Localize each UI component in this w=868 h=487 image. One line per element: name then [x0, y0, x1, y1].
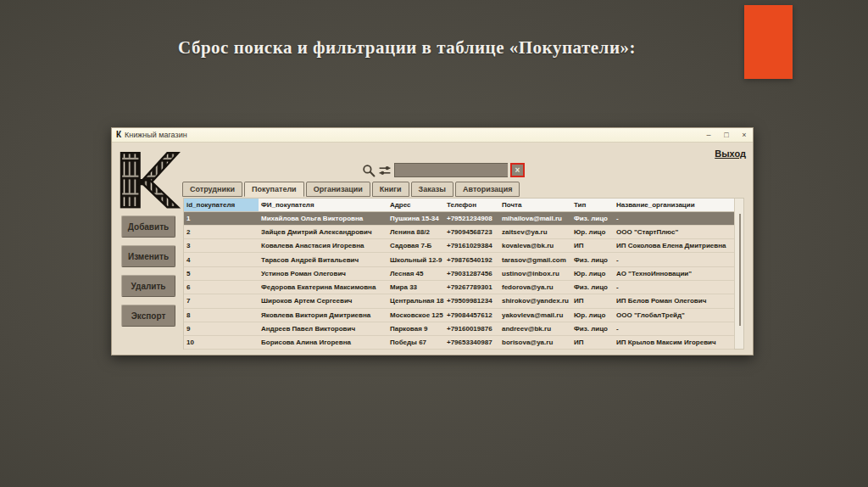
column-header[interactable]: Телефон	[444, 199, 499, 211]
column-header[interactable]: Название_организации	[614, 199, 734, 211]
customers-table: id_покупателяФИ_покупателяАдресТелефонПо…	[184, 199, 734, 350]
crud-button[interactable]: Изменить	[121, 245, 175, 267]
clear-search-button[interactable]: ×	[510, 163, 525, 177]
crud-button-group: ДобавитьИзменитьУдалитьЭкспорт	[121, 216, 175, 327]
tab[interactable]: Организации	[306, 182, 370, 197]
table-body: 1Михайлова Ольга ВикторовнаПушкина 15-34…	[184, 211, 734, 350]
column-header[interactable]: Почта	[499, 199, 571, 211]
tab[interactable]: Заказы	[411, 182, 453, 197]
customer-row[interactable]: 1Михайлова Ольга ВикторовнаПушкина 15-34…	[184, 211, 734, 225]
customer-row[interactable]: 4Тарасов Андрей ВитальевичШкольный 12-9+…	[184, 253, 734, 266]
app-window: К Книжный магазин – □ ×	[111, 127, 754, 355]
crud-button[interactable]: Добавить	[121, 216, 175, 238]
scrollbar-thumb[interactable]	[739, 214, 741, 326]
clear-cross-icon: ×	[515, 165, 520, 175]
exit-link[interactable]: Выход	[715, 148, 746, 159]
slide-title: Сброс поиска и фильтрации в таблице «Пок…	[0, 37, 814, 59]
window-controls: – □ ×	[704, 131, 748, 139]
customer-row[interactable]: 3Ковалева Анастасия ИгоревнаСадовая 7-Б+…	[184, 239, 734, 253]
search-icon	[362, 164, 376, 177]
bookshelf-k-logo	[114, 143, 182, 211]
accent-rectangle	[744, 5, 793, 79]
filter-sliders-icon	[378, 164, 392, 177]
table-header-row: id_покупателяФИ_покупателяАдресТелефонПо…	[184, 199, 734, 211]
app-logo-icon: К	[116, 131, 121, 139]
customer-row[interactable]: 9Андреев Павел ВикторовичПарковая 9+7916…	[184, 322, 734, 335]
customer-row[interactable]: 2Зайцев Дмитрий АлександровичЛенина 88/2…	[184, 225, 734, 238]
search-row: ×	[362, 162, 525, 178]
slide-background: Сброс поиска и фильтрации в таблице «Пок…	[0, 0, 868, 487]
close-button[interactable]: ×	[740, 131, 748, 139]
tab-bar: СотрудникиПокупателиОрганизацииКнигиЗака…	[182, 182, 520, 197]
tab[interactable]: Сотрудники	[182, 182, 242, 197]
window-titlebar: К Книжный магазин – □ ×	[112, 128, 753, 143]
customer-row[interactable]: 6Федорова Екатерина МаксимовнаМира 33+79…	[184, 280, 734, 294]
customer-row[interactable]: 8Яковлева Виктория ДмитриевнаМосковское …	[184, 308, 734, 322]
crud-button[interactable]: Удалить	[121, 275, 175, 297]
customer-row[interactable]: 5Устинов Роман ОлеговичЛесная 45+7903128…	[184, 266, 734, 280]
column-header[interactable]: id_покупателя	[184, 199, 259, 211]
crud-button[interactable]: Экспорт	[121, 305, 175, 327]
minimize-button[interactable]: –	[704, 131, 713, 139]
maximize-button[interactable]: □	[722, 131, 731, 139]
column-header[interactable]: ФИ_покупателя	[259, 199, 387, 211]
window-title: Книжный магазин	[125, 131, 187, 139]
tab[interactable]: Покупатели	[244, 182, 304, 197]
column-header[interactable]: Адрес	[387, 199, 444, 211]
customer-row[interactable]: 10Борисова Алина ИгоревнаПобеды 67+79653…	[184, 336, 734, 350]
window-body: ДобавитьИзменитьУдалитьЭкспорт Выход × С…	[112, 143, 753, 355]
search-input[interactable]	[394, 163, 508, 177]
tab[interactable]: Книги	[372, 182, 409, 197]
tab[interactable]: Авторизация	[455, 182, 520, 197]
customers-table-panel: id_покупателяФИ_покупателяАдресТелефонПо…	[183, 198, 744, 350]
column-header[interactable]: Тип	[571, 199, 614, 211]
customer-row[interactable]: 7Широков Артем СергеевичЦентральная 18+7…	[184, 294, 734, 308]
vertical-scrollbar[interactable]	[734, 199, 743, 349]
